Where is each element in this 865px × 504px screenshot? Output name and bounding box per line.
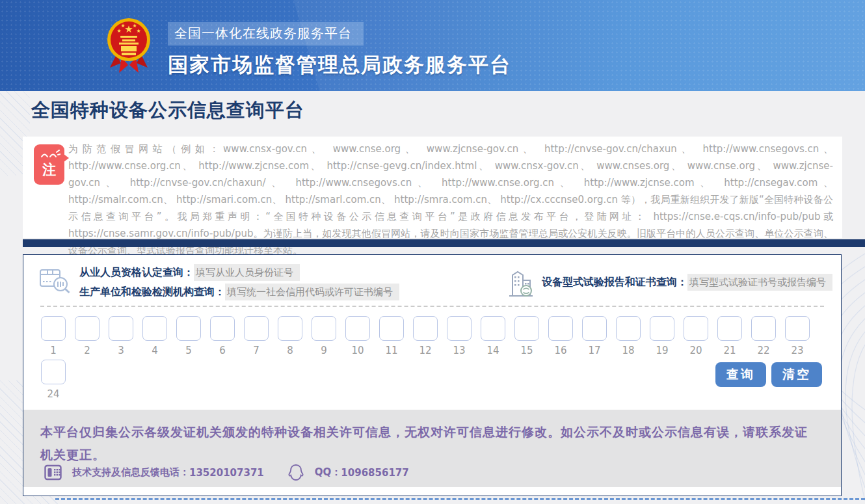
- code-cell-15: 15: [514, 316, 539, 357]
- phone-number: 13520107371: [189, 467, 264, 479]
- query-type-section: 从业人员资格认定查询：填写从业人员身份证号 生产单位和检验检测机构查询：填写统一…: [23, 255, 841, 306]
- code-box-number-3: 3: [109, 345, 133, 357]
- code-box-number-5: 5: [176, 345, 201, 357]
- code-box-number-2: 2: [75, 345, 100, 357]
- code-box-5[interactable]: [176, 316, 201, 341]
- device-query-block: 设备型式试验报告和证书查询：填写型式试验证书号或报告编号: [508, 268, 832, 297]
- code-box-19[interactable]: [650, 316, 674, 341]
- code-box-22[interactable]: [751, 316, 776, 341]
- code-box-number-22: 22: [751, 345, 776, 357]
- code-box-number-6: 6: [210, 345, 235, 357]
- code-box-2[interactable]: [75, 316, 100, 341]
- org-query-label: 生产单位和检验检测机构查询：: [79, 285, 225, 298]
- svg-text:★: ★: [120, 23, 125, 29]
- platform-badge: 全国一体化在线政务服务平台: [168, 22, 364, 46]
- code-box-10[interactable]: [345, 316, 370, 341]
- code-box-number-14: 14: [481, 345, 505, 357]
- code-box-9[interactable]: [312, 316, 336, 341]
- navy-divider-bar: [23, 239, 865, 247]
- code-cell-2: 2: [75, 316, 100, 357]
- code-box-number-15: 15: [514, 345, 539, 357]
- code-box-number-1: 1: [41, 345, 66, 357]
- code-box-number-10: 10: [345, 345, 370, 357]
- code-box-18[interactable]: [616, 316, 641, 341]
- code-box-number-18: 18: [616, 345, 641, 357]
- code-box-number-16: 16: [548, 345, 573, 357]
- org-query-hint: 填写统一社会信用代码或许可证书编号: [225, 284, 399, 300]
- code-box-17[interactable]: [582, 316, 607, 341]
- code-box-1[interactable]: [41, 316, 66, 341]
- code-box-number-17: 17: [582, 345, 607, 357]
- code-cell-11: 11: [379, 316, 404, 357]
- code-cell-24: 24: [41, 360, 66, 401]
- code-box-number-24: 24: [41, 388, 66, 401]
- person-org-query-block: 从业人员资格认定查询：填写从业人员身份证号 生产单位和检验检测机构查询：填写统一…: [39, 263, 399, 302]
- code-cell-5: 5: [176, 316, 201, 357]
- anti-fraud-notice-panel: 注 为防范假冒网站（例如：www.cnsx-gov.cn、 www.cnse.o…: [23, 137, 842, 238]
- code-cell-1: 1: [41, 316, 66, 357]
- page-title: 全国特种设备公示信息查询平台: [31, 98, 304, 124]
- note-label: 注: [34, 162, 64, 178]
- code-cell-9: 9: [312, 316, 336, 357]
- code-box-12[interactable]: [413, 316, 438, 341]
- code-box-number-12: 12: [413, 345, 438, 357]
- code-cell-12: 12: [413, 316, 438, 357]
- code-cell-13: 13: [447, 316, 472, 357]
- site-title: 国家市场监督管理总局政务服务平台: [168, 51, 511, 79]
- code-cell-7: 7: [244, 316, 269, 357]
- code-cell-14: 14: [481, 316, 505, 357]
- code-box-21[interactable]: [717, 316, 742, 341]
- device-query-label: 设备型式试验报告和证书查询：: [542, 276, 687, 288]
- code-box-4[interactable]: [142, 316, 167, 341]
- code-box-3[interactable]: [109, 316, 133, 341]
- code-box-7[interactable]: [244, 316, 269, 341]
- disclaimer-text: 本平台仅归集公示各级发证机关颁发的特种设备相关许可信息，无权对许可信息进行修改。…: [23, 410, 841, 466]
- code-box-8[interactable]: [278, 316, 302, 341]
- search-button[interactable]: 查询: [715, 362, 766, 387]
- site-header: ★ ★ ★ ★ ★ 全国一体化在线政务服务平台 国家市场监督管理总局政务服务平台: [0, 0, 865, 91]
- code-cell-16: 16: [548, 316, 573, 357]
- code-box-23[interactable]: [785, 316, 810, 341]
- query-panel: 从业人员资格认定查询：填写从业人员身份证号 生产单位和检验检测机构查询：填写统一…: [23, 254, 842, 496]
- code-box-number-9: 9: [312, 345, 336, 357]
- code-box-number-13: 13: [447, 345, 472, 357]
- code-box-number-4: 4: [142, 345, 167, 357]
- building-globe-icon: [508, 268, 534, 297]
- qq-icon: [287, 464, 304, 481]
- panel-footer: 本平台仅归集公示各级发证机关颁发的特种设备相关许可信息，无权对许可信息进行修改。…: [23, 410, 841, 487]
- smiley-face-icon: [38, 149, 60, 159]
- code-box-24[interactable]: [41, 360, 66, 384]
- code-cell-22: 22: [751, 316, 776, 357]
- code-box-15[interactable]: [514, 316, 539, 341]
- code-cell-23: 23: [785, 316, 810, 357]
- code-cell-8: 8: [278, 316, 302, 357]
- code-box-11[interactable]: [379, 316, 404, 341]
- clear-button[interactable]: 清空: [771, 362, 822, 387]
- code-box-number-19: 19: [650, 345, 674, 357]
- note-icon: 注: [34, 144, 64, 185]
- code-cell-3: 3: [109, 316, 133, 357]
- code-box-14[interactable]: [481, 316, 505, 341]
- code-input-area: 1234567891011121314151617181920212223 24: [23, 307, 841, 410]
- code-cell-17: 17: [582, 316, 607, 357]
- national-emblem-icon: ★ ★ ★ ★ ★: [106, 17, 152, 74]
- phone-icon: [44, 464, 62, 481]
- code-box-6[interactable]: [210, 316, 235, 341]
- person-query-hint: 填写从业人员身份证号: [194, 264, 300, 281]
- qq-number: 1096856177: [341, 467, 408, 479]
- code-box-number-21: 21: [717, 345, 742, 357]
- svg-text:★: ★: [136, 28, 140, 34]
- code-cell-21: 21: [717, 316, 742, 357]
- code-box-20[interactable]: [684, 316, 708, 341]
- package-magnifier-icon: [39, 265, 70, 295]
- code-box-16[interactable]: [548, 316, 573, 341]
- contact-row: 技术支持及信息反馈电话： 13520107371 QQ： 1096856177: [44, 464, 409, 481]
- code-box-13[interactable]: [447, 316, 472, 341]
- bottom-dashed-rule: [55, 498, 865, 500]
- code-box-number-7: 7: [244, 345, 269, 357]
- code-cell-4: 4: [142, 316, 167, 357]
- code-cell-18: 18: [616, 316, 641, 357]
- device-query-hint: 填写型式试验证书号或报告编号: [687, 274, 832, 291]
- code-cell-10: 10: [345, 316, 370, 357]
- code-cell-19: 19: [650, 316, 674, 357]
